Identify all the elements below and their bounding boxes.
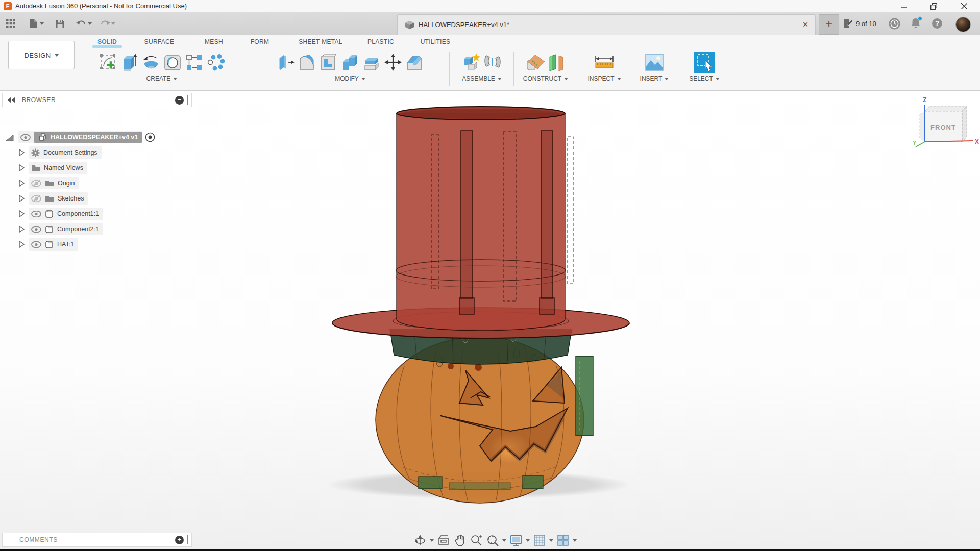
expand-arrow-icon[interactable]: [18, 240, 25, 248]
visibility-eye-icon[interactable]: [20, 134, 31, 141]
group-select-dropdown[interactable]: SELECT: [689, 75, 720, 82]
new-tab-button[interactable]: +: [819, 14, 839, 35]
extrude-button[interactable]: [119, 51, 140, 73]
visibility-off-icon[interactable]: [31, 180, 41, 187]
pan-button[interactable]: [453, 534, 467, 547]
display-settings-button[interactable]: [509, 534, 523, 547]
model-view[interactable]: [0, 91, 980, 549]
chamfer-button[interactable]: [404, 51, 425, 73]
tab-solid[interactable]: SOLID: [94, 35, 120, 48]
rectangular-pattern-button[interactable]: [183, 51, 205, 73]
browser-header[interactable]: BROWSER −: [2, 93, 192, 107]
redo-caret[interactable]: [110, 18, 116, 29]
shell-button[interactable]: [318, 51, 339, 73]
new-component-button[interactable]: [460, 51, 482, 73]
tree-row-document-settings[interactable]: Document Settings: [18, 146, 102, 159]
tree-row-hat[interactable]: HAT:1: [18, 238, 78, 251]
press-pull-button[interactable]: [275, 51, 297, 73]
tab-surface[interactable]: SURFACE: [143, 35, 176, 48]
hole-button[interactable]: [162, 51, 183, 73]
group-assemble-dropdown[interactable]: ASSEMBLE: [462, 75, 502, 82]
fillet-button[interactable]: [297, 51, 318, 73]
app-grid-button[interactable]: [5, 18, 16, 29]
group-inspect-dropdown[interactable]: INSPECT: [587, 75, 621, 82]
document-tab[interactable]: HALLOWEDSPEAKER+v4 v1* ×: [397, 14, 816, 35]
save-button[interactable]: [54, 18, 65, 29]
close-button[interactable]: [952, 0, 976, 12]
tree-row-component1[interactable]: Component1:1: [18, 207, 103, 220]
restore-button[interactable]: [922, 0, 945, 12]
activate-component-radio[interactable]: [145, 132, 155, 142]
group-modify-dropdown[interactable]: MODIFY: [335, 75, 365, 82]
construct-plane-button[interactable]: [524, 51, 546, 73]
tab-mesh[interactable]: MESH: [204, 35, 224, 48]
document-tab-close-button[interactable]: ×: [800, 19, 811, 30]
add-comment-button[interactable]: +: [175, 536, 184, 544]
job-status[interactable]: 9 of 10: [842, 18, 876, 29]
group-construct-dropdown[interactable]: CONSTRUCT: [523, 75, 568, 82]
undo-caret[interactable]: [87, 18, 93, 29]
insert-button[interactable]: [644, 51, 665, 73]
split-body-button[interactable]: [361, 51, 382, 73]
browser-resize-grip[interactable]: [187, 95, 188, 105]
redo-button[interactable]: [100, 18, 111, 29]
root-component-row[interactable]: HALLOWEDSPEAKER+v4 v1: [34, 132, 142, 143]
minimize-button[interactable]: [892, 0, 916, 12]
comments-resize-grip[interactable]: [187, 535, 188, 544]
select-button[interactable]: [694, 51, 715, 73]
expand-arrow-icon[interactable]: [18, 179, 25, 187]
group-create-dropdown[interactable]: CREATE: [146, 75, 178, 82]
viewcube-right-face[interactable]: [962, 106, 967, 142]
tab-sheet-metal[interactable]: SHEET METAL: [298, 35, 344, 48]
tree-row-named-views[interactable]: Named Views: [18, 161, 87, 174]
user-avatar[interactable]: [955, 17, 971, 32]
fit-button[interactable]: [486, 534, 499, 547]
revolve-button[interactable]: [140, 51, 162, 73]
circular-pattern-button[interactable]: [205, 51, 226, 73]
expand-triangle-icon[interactable]: [5, 133, 14, 142]
expand-arrow-icon[interactable]: [18, 164, 25, 172]
file-menu-button[interactable]: [28, 18, 39, 29]
tab-form[interactable]: FORM: [250, 35, 270, 48]
zoom-button[interactable]: [470, 534, 483, 547]
visibility-eye-icon[interactable]: [31, 226, 41, 233]
workspace-selector[interactable]: DESIGN: [8, 41, 75, 69]
joint-button[interactable]: [482, 51, 503, 73]
viewports-button[interactable]: [556, 534, 570, 547]
group-insert-dropdown[interactable]: INSERT: [640, 75, 669, 82]
fit-caret[interactable]: [502, 539, 506, 542]
orbit-caret[interactable]: [430, 539, 434, 542]
viewcube-left-face[interactable]: [920, 111, 925, 142]
tab-utilities[interactable]: UTILITIES: [418, 35, 453, 48]
grid-button[interactable]: [533, 534, 546, 547]
expand-arrow-icon[interactable]: [18, 210, 25, 218]
tree-row-sketches[interactable]: Sketches: [18, 192, 88, 205]
construct-axis-button[interactable]: [546, 51, 567, 73]
orbit-button[interactable]: [413, 534, 427, 547]
visibility-off-icon[interactable]: [31, 195, 41, 203]
viewports-caret[interactable]: [573, 539, 577, 542]
expand-arrow-icon[interactable]: [18, 194, 25, 203]
undo-button[interactable]: [76, 18, 87, 29]
extensions-clock-button[interactable]: [888, 17, 900, 30]
expand-arrow-icon[interactable]: [18, 225, 25, 233]
expand-arrow-icon[interactable]: [18, 148, 25, 157]
tab-plastic[interactable]: PLASTIC: [368, 35, 394, 48]
create-sketch-button[interactable]: [97, 51, 119, 73]
viewport-canvas[interactable]: BROWSER − HALLOWEDSPEAKER+v4 v1: [0, 91, 980, 549]
collapse-panel-icon[interactable]: [8, 97, 16, 103]
tree-row-origin[interactable]: Origin: [18, 177, 79, 190]
browser-collapse-button[interactable]: −: [175, 96, 184, 105]
help-button[interactable]: ?: [931, 17, 943, 30]
view-cube[interactable]: FRONT Z X Y: [913, 96, 980, 160]
viewcube-top-face[interactable]: [925, 106, 967, 111]
move-copy-button[interactable]: [382, 51, 404, 73]
notifications-button[interactable]: [910, 17, 922, 30]
visibility-eye-icon[interactable]: [31, 241, 41, 248]
model-hat-cylinder[interactable]: [396, 107, 573, 331]
comments-panel[interactable]: COMMENTS +: [2, 533, 192, 547]
grid-caret[interactable]: [549, 539, 553, 542]
measure-button[interactable]: [594, 51, 615, 73]
file-menu-caret[interactable]: [39, 18, 45, 29]
tree-row-component2[interactable]: Component2:1: [18, 222, 103, 236]
